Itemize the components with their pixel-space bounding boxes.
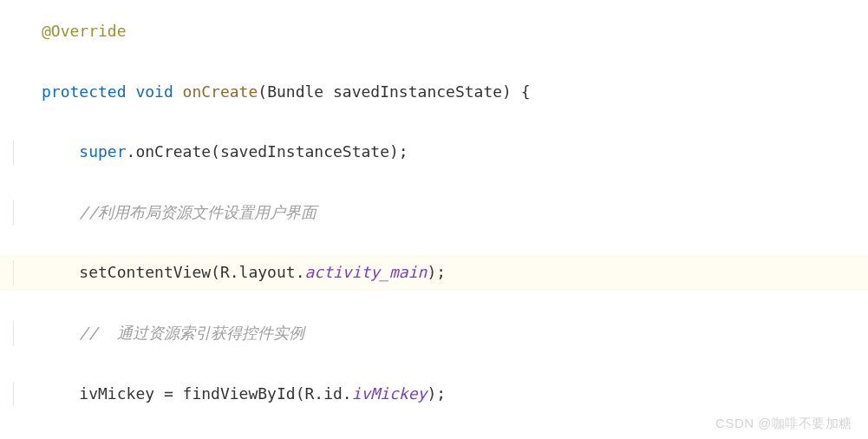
punct-token: ( xyxy=(211,263,220,281)
field-token: activity_main xyxy=(304,263,427,281)
method-token: onCreate xyxy=(183,82,258,101)
type-token: Bundle xyxy=(267,82,323,101)
code-line: ivMickey = findViewById(R.id.ivMickey); xyxy=(42,377,868,412)
punct-token: . xyxy=(314,384,323,403)
identifier-token: savedInstanceState xyxy=(220,142,389,161)
keyword-token: super xyxy=(79,142,126,161)
code-line: protected void onCreate(Bundle savedInst… xyxy=(42,75,868,110)
code-line: //利用布局资源文件设置用户界面 xyxy=(42,195,868,231)
identifier-token: setContentView xyxy=(79,263,211,281)
type-token: R xyxy=(220,263,230,281)
punct-token: . xyxy=(127,142,136,161)
code-line-highlighted: setContentView(R.layout.activity_main); xyxy=(0,255,868,291)
punct-token: ) xyxy=(427,263,436,281)
code-line: super.onCreate(savedInstanceState); xyxy=(42,134,868,170)
punct-token: . xyxy=(343,384,352,403)
identifier-token: id xyxy=(323,384,343,403)
punct-token: . xyxy=(230,263,239,281)
type-token: R xyxy=(304,384,314,403)
punct-token: ( xyxy=(211,142,220,161)
keyword-token: protected xyxy=(42,82,127,101)
punct-token: . xyxy=(296,263,305,281)
comment-token: // 通过资源索引获得控件实例 xyxy=(79,324,303,342)
code-line: // 通过资源索引获得控件实例 xyxy=(42,316,868,351)
field-token: ivMickey xyxy=(352,384,427,403)
code-block: @Override protected void onCreate(Bundle… xyxy=(0,0,868,439)
punct-token: ; xyxy=(436,384,446,403)
identifier-token: layout xyxy=(239,263,296,281)
identifier-token: savedInstanceState xyxy=(333,82,502,101)
keyword-token: void xyxy=(135,82,173,101)
identifier-token: onCreate xyxy=(135,142,211,161)
punct-token: ; xyxy=(436,263,446,281)
punct-token: ; xyxy=(399,142,408,161)
comment-token: //利用布局资源文件设置用户界面 xyxy=(79,203,317,221)
punct-token: ) xyxy=(502,82,512,101)
punct-token: { xyxy=(512,82,531,101)
punct-token: ) xyxy=(389,142,399,161)
punct-token: ( xyxy=(258,82,267,101)
identifier-token: findViewById xyxy=(183,384,296,403)
annotation-token: @Override xyxy=(42,22,127,40)
punct-token: = xyxy=(154,384,183,403)
code-line: @Override xyxy=(42,14,868,49)
punct-token: ( xyxy=(296,384,305,403)
identifier-token: ivMickey xyxy=(79,384,154,403)
punct-token: ) xyxy=(427,384,436,403)
